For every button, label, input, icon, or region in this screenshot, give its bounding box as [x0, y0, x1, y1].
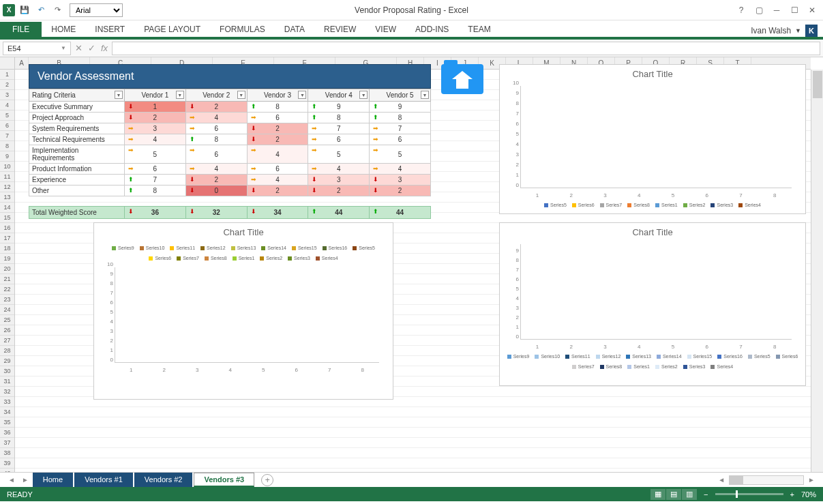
- score-cell[interactable]: ⬇1: [125, 102, 186, 113]
- total-cell[interactable]: ⬇36: [125, 207, 186, 219]
- score-cell[interactable]: ➡5: [125, 145, 186, 164]
- redo-icon[interactable]: ↷: [50, 3, 64, 17]
- filter-dropdown-icon[interactable]: ▼: [359, 91, 368, 99]
- formula-input[interactable]: [112, 42, 820, 55]
- horizontal-scrollbar[interactable]: [729, 475, 804, 485]
- score-cell[interactable]: ⬆8: [185, 134, 247, 145]
- sheet-tab[interactable]: Vendors #2: [134, 473, 193, 487]
- normal-view-icon[interactable]: ▦: [650, 489, 665, 500]
- criteria-cell[interactable]: Product Information: [29, 164, 125, 175]
- score-cell[interactable]: ⬇2: [185, 175, 247, 186]
- row-header[interactable]: 38: [0, 448, 14, 458]
- chart[interactable]: Chart Title01234567891012345678Series5Se…: [499, 64, 806, 214]
- row-header[interactable]: 20: [0, 264, 14, 274]
- table-header[interactable]: Vendor 4▼: [308, 89, 370, 102]
- row-header[interactable]: 18: [0, 243, 14, 254]
- ribbon-options-icon[interactable]: ▢: [751, 3, 767, 17]
- row-header[interactable]: 5: [0, 110, 14, 121]
- score-cell[interactable]: ➡4: [247, 175, 308, 186]
- cancel-formula-icon[interactable]: ✕: [75, 43, 83, 53]
- ribbon-tab-review[interactable]: REVIEW: [314, 22, 365, 37]
- vertical-scrollbar[interactable]: [811, 70, 823, 472]
- score-cell[interactable]: ➡7: [308, 123, 370, 134]
- name-box[interactable]: E54▼: [3, 42, 71, 55]
- row-header[interactable]: 21: [0, 274, 14, 284]
- score-cell[interactable]: ➡3: [125, 123, 186, 134]
- row-header[interactable]: 33: [0, 397, 14, 407]
- accept-formula-icon[interactable]: ✓: [88, 43, 95, 53]
- score-cell[interactable]: ⬇3: [308, 175, 370, 186]
- row-header[interactable]: 1: [0, 70, 14, 80]
- score-cell[interactable]: ➡6: [247, 164, 308, 175]
- table-header[interactable]: Rating Criteria▼: [29, 89, 125, 102]
- table-header[interactable]: Vendor 3▼: [247, 89, 308, 102]
- score-cell[interactable]: ➡6: [185, 145, 247, 164]
- ribbon-tab-insert[interactable]: INSERT: [85, 22, 134, 37]
- ribbon-tab-page-layout[interactable]: PAGE LAYOUT: [134, 22, 210, 37]
- sheet-tab[interactable]: Vendors #1: [74, 473, 133, 487]
- row-header[interactable]: 27: [0, 336, 14, 346]
- zoom-slider[interactable]: [715, 493, 783, 495]
- home-folder-icon[interactable]: [441, 64, 483, 98]
- row-header[interactable]: 15: [0, 213, 14, 223]
- criteria-cell[interactable]: Project Approach: [29, 113, 125, 123]
- score-cell[interactable]: ➡5: [308, 145, 370, 164]
- criteria-cell[interactable]: Other: [29, 186, 125, 196]
- row-header[interactable]: 13: [0, 192, 14, 203]
- row-header[interactable]: 34: [0, 407, 14, 417]
- table-header[interactable]: Vendor 2▼: [185, 89, 247, 102]
- score-cell[interactable]: ⬆9: [370, 102, 431, 113]
- row-header[interactable]: 17: [0, 233, 14, 243]
- ribbon-tab-formulas[interactable]: FORMULAS: [210, 22, 275, 37]
- filter-dropdown-icon[interactable]: ▼: [237, 91, 245, 99]
- row-header[interactable]: 10: [0, 162, 14, 172]
- ribbon-tab-home[interactable]: HOME: [42, 22, 85, 37]
- row-header[interactable]: 12: [0, 182, 14, 192]
- filter-dropdown-icon[interactable]: ▼: [176, 91, 184, 99]
- score-cell[interactable]: ➡4: [308, 164, 370, 175]
- score-cell[interactable]: ⬇2: [185, 102, 247, 113]
- row-header[interactable]: 32: [0, 387, 14, 397]
- zoom-in-icon[interactable]: +: [790, 490, 794, 499]
- fx-icon[interactable]: fx: [101, 43, 108, 53]
- row-header[interactable]: 40: [0, 469, 14, 472]
- criteria-cell[interactable]: Executive Summary: [29, 102, 125, 113]
- row-header[interactable]: 3: [0, 90, 14, 100]
- chart[interactable]: Chart Title012345678912345678Series9Seri…: [499, 222, 806, 386]
- row-header[interactable]: 37: [0, 438, 14, 448]
- row-header[interactable]: 16: [0, 223, 14, 233]
- ribbon-tab-data[interactable]: DATA: [275, 22, 314, 37]
- filter-dropdown-icon[interactable]: ▼: [298, 91, 306, 99]
- tab-nav-prev-icon[interactable]: ◄: [5, 476, 18, 484]
- score-cell[interactable]: ⬇2: [247, 123, 308, 134]
- score-cell[interactable]: ⬇2: [308, 186, 370, 196]
- page-layout-view-icon[interactable]: ▤: [666, 489, 681, 500]
- chart[interactable]: Chart TitleSeries9Series10Series11Series…: [93, 222, 393, 400]
- score-cell[interactable]: ➡5: [370, 145, 431, 164]
- row-header[interactable]: 30: [0, 366, 14, 376]
- score-cell[interactable]: ⬆8: [308, 113, 370, 123]
- table-header[interactable]: Vendor 5▼: [370, 89, 431, 102]
- maximize-icon[interactable]: ☐: [786, 3, 803, 17]
- score-cell[interactable]: ➡4: [370, 164, 431, 175]
- score-cell[interactable]: ➡6: [370, 134, 431, 145]
- row-header[interactable]: 29: [0, 356, 14, 366]
- add-sheet-button[interactable]: +: [261, 474, 273, 486]
- row-header[interactable]: 14: [0, 203, 14, 213]
- score-cell[interactable]: ⬇2: [247, 134, 308, 145]
- save-icon[interactable]: 💾: [18, 3, 31, 17]
- row-header[interactable]: 4: [0, 100, 14, 110]
- help-icon[interactable]: ?: [733, 3, 749, 17]
- row-header[interactable]: 26: [0, 325, 14, 336]
- score-cell[interactable]: ⬇2: [247, 186, 308, 196]
- score-cell[interactable]: ⬇2: [370, 186, 431, 196]
- score-cell[interactable]: ⬆8: [125, 186, 186, 196]
- user-name[interactable]: Ivan Walsh: [751, 26, 791, 35]
- ribbon-tab-file[interactable]: FILE: [0, 22, 42, 37]
- total-cell[interactable]: ⬆44: [308, 207, 370, 219]
- ribbon-tab-view[interactable]: VIEW: [365, 22, 406, 37]
- sheet-tab[interactable]: Home: [33, 473, 73, 487]
- row-header[interactable]: 24: [0, 305, 14, 315]
- criteria-cell[interactable]: Experience: [29, 175, 125, 186]
- tab-nav-next-icon[interactable]: ►: [19, 476, 31, 484]
